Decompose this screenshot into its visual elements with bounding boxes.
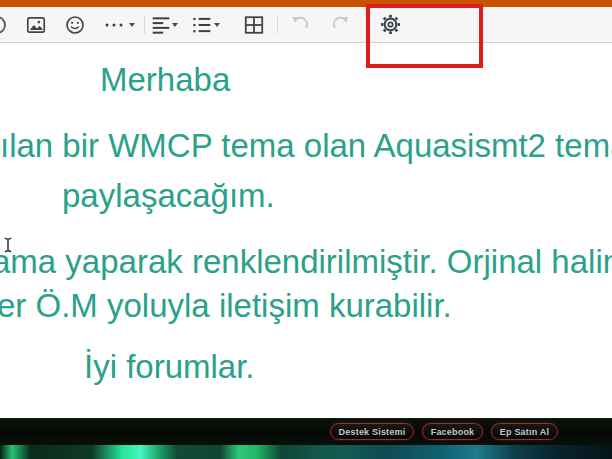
top-orange-bar [0, 0, 612, 7]
editor-text-line: İyi forumlar. [84, 347, 255, 387]
image-button[interactable] [25, 7, 47, 42]
undo-button[interactable] [288, 7, 312, 42]
editor-text-line: Merhaba [100, 60, 230, 100]
table-icon [244, 15, 264, 35]
alignment-button[interactable] [150, 7, 172, 42]
bullet-list-icon [192, 15, 212, 35]
redo-button[interactable] [328, 7, 352, 42]
redo-icon [330, 14, 351, 35]
table-button[interactable] [243, 7, 265, 42]
more-options-button[interactable] [102, 7, 126, 42]
editor-text-line: ılan bir WMCP tema olan Aquasismt2 tema [0, 126, 612, 166]
emoji-icon [65, 15, 85, 35]
editor-screenshot: Merhaba ılan bir WMCP tema olan Aquasism… [0, 0, 612, 459]
chevron-down-icon [172, 23, 178, 27]
text-cursor-icon [2, 236, 14, 258]
toolbar-divider [144, 16, 145, 34]
annotation-red-box [366, 4, 483, 68]
facebook-button[interactable]: Facebook [422, 423, 483, 440]
editor-toolbar [0, 7, 612, 43]
list-button[interactable] [191, 7, 213, 42]
link-icon-partial[interactable] [0, 7, 9, 42]
chevron-down-icon [129, 23, 135, 27]
editor-text-line: paylaşacağım. [62, 176, 275, 216]
editor-text-line: er Ö.M yoluyla iletişim kurabilir. [0, 286, 452, 326]
theme-preview-image [0, 445, 612, 459]
align-left-icon [151, 15, 171, 35]
emoji-button[interactable] [64, 7, 86, 42]
editor-text-line: ama yaparak renklendirilmiştir. Orjinal … [0, 242, 612, 282]
destek-sistemi-button[interactable]: Destek Sistemi [330, 423, 414, 440]
more-options-icon [103, 15, 125, 35]
toolbar-divider [277, 16, 278, 34]
ep-satin-al-button[interactable]: Ep Satın Al [491, 423, 558, 440]
image-icon [26, 15, 46, 35]
undo-icon [290, 14, 311, 35]
chevron-down-icon [214, 23, 220, 27]
theme-footer-bar: Destek Sistemi Facebook Ep Satın Al [0, 418, 612, 445]
